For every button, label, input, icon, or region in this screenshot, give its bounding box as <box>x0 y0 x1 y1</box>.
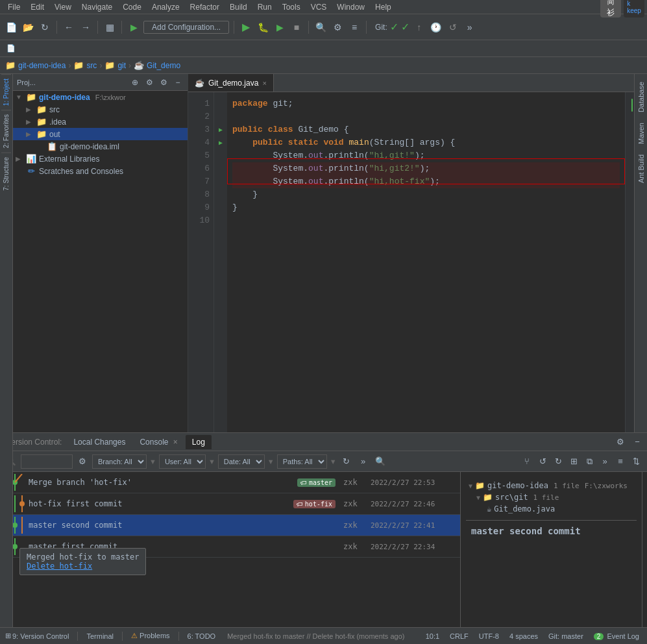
log-row-hotfix[interactable]: hot-fix first commit 🏷 hot-fix zxk 2022/… <box>0 493 460 515</box>
secondary-btn1[interactable]: 📄 <box>5 43 17 55</box>
search-log-btn[interactable]: 🔍 <box>373 454 387 469</box>
run-config-btn[interactable]: ▶ <box>127 20 141 34</box>
bottom-scrollbar[interactable] <box>642 472 647 627</box>
menu-build[interactable]: Build <box>225 1 252 13</box>
breadcrumb-class[interactable]: Git_demo <box>147 61 180 70</box>
menu-edit[interactable]: Edit <box>25 1 49 13</box>
stop-btn[interactable]: ■ <box>289 20 304 34</box>
run-main-btn[interactable]: ▶ <box>214 136 227 149</box>
maven-tab[interactable]: Maven <box>636 118 646 149</box>
git-history-btn[interactable]: 🕐 <box>429 20 443 34</box>
menu-view[interactable]: View <box>49 1 77 13</box>
menu-tools[interactable]: Tools <box>277 1 306 13</box>
debug-btn[interactable]: 🐛 <box>256 20 270 34</box>
log-tab[interactable]: Log <box>186 435 212 449</box>
paths-filter[interactable]: Paths: All <box>277 454 327 469</box>
run-class-btn[interactable]: ▶ <box>214 123 227 136</box>
sidebar-minimize-btn[interactable]: − <box>172 77 184 88</box>
git-push-btn[interactable]: ↑ <box>412 20 426 34</box>
java-file-item[interactable]: ☕ Git_demo.java <box>466 503 637 515</box>
back-btn[interactable]: ← <box>62 20 76 34</box>
open-btn[interactable]: 📂 <box>21 20 35 34</box>
undo-btn[interactable]: ↺ <box>535 454 550 469</box>
user-filter[interactable]: User: All <box>159 454 206 469</box>
menu-refactor[interactable]: Refactor <box>185 1 225 13</box>
menu-analyze[interactable]: Analyze <box>147 1 185 13</box>
git-rollback-btn[interactable]: ↺ <box>446 20 460 34</box>
console-close-btn[interactable]: × <box>173 438 178 447</box>
event-log-btn[interactable]: 2 Event Log <box>591 632 642 640</box>
copy-btn[interactable]: ⧉ <box>582 454 596 469</box>
todo-btn[interactable]: 6: TODO <box>188 632 216 640</box>
line-ending[interactable]: CRLF <box>447 632 471 640</box>
add-config-button[interactable]: Add Configuration... <box>143 21 229 34</box>
log-row-merge[interactable]: Merge branch 'hot-fix' 🏷 master zxk 2022… <box>0 472 460 493</box>
log-row-master-second[interactable]: master second commit zxk 2022/2/27 22:41 <box>0 515 460 536</box>
breadcrumb-git[interactable]: git <box>117 61 126 70</box>
tasks-btn[interactable]: ≡ <box>347 20 361 34</box>
menu-navigate[interactable]: Navigate <box>77 1 117 13</box>
vc-minimize-btn[interactable]: − <box>630 435 644 449</box>
sub-folder-item[interactable]: ▼ 📁 src\git 1 file <box>466 491 637 503</box>
console-tab[interactable]: Console × <box>133 435 184 449</box>
more-btn[interactable]: » <box>463 20 477 34</box>
project-panel-tab[interactable]: 1: Project <box>1 74 11 110</box>
breadcrumb-src[interactable]: src <box>86 61 97 70</box>
breadcrumb-project[interactable]: git-demo-idea <box>18 61 66 70</box>
database-tab[interactable]: Database <box>636 77 646 118</box>
ext-icon-2[interactable]: kkeep <box>624 0 644 18</box>
refresh-log-btn[interactable]: ↻ <box>339 454 354 469</box>
tree-idea[interactable]: ▶ 📁 .idea <box>13 116 188 128</box>
vc-status-btn[interactable]: ⊞ 9: Version Control <box>5 632 69 640</box>
menu-run[interactable]: Run <box>252 1 277 13</box>
sidebar-tab-label[interactable]: Proj... <box>17 79 36 86</box>
tree-ext-libs[interactable]: ▶ 📊 External Libraries <box>13 153 188 165</box>
sidebar-scope-btn[interactable]: ⊕ <box>129 77 141 88</box>
run-btn[interactable]: ▶ <box>239 20 253 34</box>
encoding[interactable]: UTF-8 <box>476 632 502 640</box>
problems-btn[interactable]: ⚠ Problems <box>131 632 170 640</box>
editor-tab-close[interactable]: × <box>262 79 266 87</box>
search-everywhere-btn[interactable]: 🔍 <box>313 20 328 34</box>
more-filters-btn[interactable]: » <box>356 454 371 469</box>
sidebar-gear-btn[interactable]: ⚙ <box>143 77 155 88</box>
log-search-input[interactable] <box>21 454 73 469</box>
editor-tab-git-demo[interactable]: ☕ Git_demo.java × <box>188 74 274 92</box>
forward-btn[interactable]: → <box>79 20 93 34</box>
tooltip-delete-link[interactable]: Delete hot-fix <box>27 562 92 571</box>
new-file-btn[interactable]: 📄 <box>4 20 18 34</box>
view-btn[interactable]: ▦ <box>103 20 117 34</box>
favorites-tab[interactable]: 2: Favorites <box>1 110 11 152</box>
sort-btn[interactable]: ≡ <box>613 454 628 469</box>
refresh-btn[interactable]: ↻ <box>38 20 52 34</box>
menu-code[interactable]: Code <box>117 1 147 13</box>
menu-window[interactable]: Window <box>332 1 370 13</box>
settings-btn[interactable]: ⚙ <box>330 20 345 34</box>
structure-tab[interactable]: 7: Structure <box>1 153 11 195</box>
local-changes-tab[interactable]: Local Changes <box>67 435 132 449</box>
redo-btn[interactable]: ↻ <box>551 454 565 469</box>
branch-filter[interactable]: Branch: All <box>92 454 147 469</box>
git-branch[interactable]: Git: master <box>546 632 586 640</box>
tree-project-root[interactable]: ▼ 📁 git-demo-idea F:\zxkwor <box>13 91 188 103</box>
tree-scratches[interactable]: ✏ Scratches and Consoles <box>13 165 188 177</box>
vc-settings-btn[interactable]: ⚙ <box>613 435 628 449</box>
branch-layout-btn[interactable]: ⑂ <box>520 454 534 469</box>
tree-src[interactable]: ▶ 📁 src <box>13 103 188 116</box>
menu-file[interactable]: File <box>3 1 25 13</box>
ant-build-tab[interactable]: Ant Build <box>636 149 646 188</box>
coverage-btn[interactable]: ▶ <box>273 20 287 34</box>
more-log-btn[interactable]: » <box>598 454 612 469</box>
log-filter-btn[interactable]: ⚙ <box>75 454 90 469</box>
ext-icon-1[interactable]: 简衫 <box>600 0 621 18</box>
tree-iml-file[interactable]: 📋 git-demo-idea.iml <box>13 140 188 153</box>
menu-help[interactable]: Help <box>370 1 397 13</box>
sidebar-settings-btn[interactable]: ⚙ <box>158 77 169 88</box>
cursor-position[interactable]: 10:1 <box>423 632 442 640</box>
repo-item[interactable]: ▼ 📁 git-demo-idea 1 file F:\zxworks <box>466 480 637 491</box>
indent[interactable]: 4 spaces <box>507 632 541 640</box>
menu-vcs[interactable]: VCS <box>306 1 332 13</box>
graph-btn[interactable]: ⊞ <box>567 454 581 469</box>
expand-btn[interactable]: ⇅ <box>629 454 643 469</box>
terminal-btn[interactable]: Terminal <box>86 632 114 640</box>
